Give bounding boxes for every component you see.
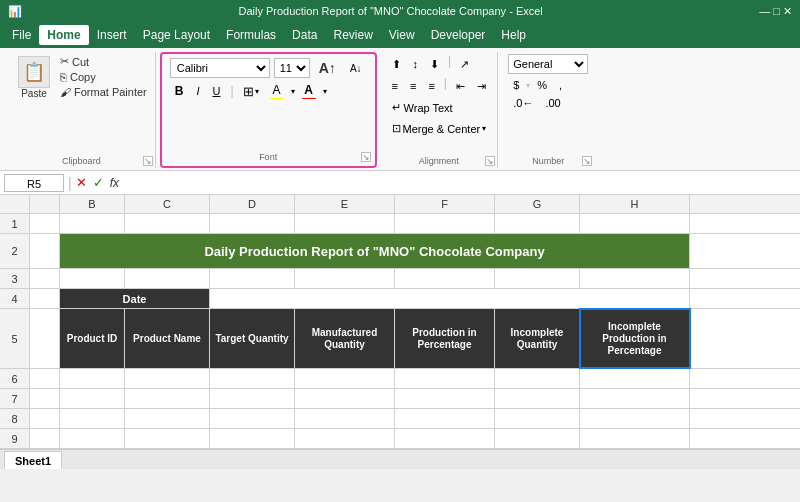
menu-formulas[interactable]: Formulas [218, 25, 284, 45]
align-center-button[interactable]: ≡ [405, 76, 421, 96]
bold-button[interactable]: B [170, 81, 189, 101]
row-header-8[interactable]: 8 [0, 409, 30, 429]
cell-b2-merged[interactable]: Daily Production Report of "MNO" Chocola… [60, 234, 690, 268]
merge-center-button[interactable]: ⊡ Merge & Center ▾ [387, 119, 492, 138]
cell-g9[interactable] [495, 429, 580, 448]
align-right-button[interactable]: ≡ [423, 76, 439, 96]
paste-button[interactable]: 📋 Paste [14, 54, 54, 101]
comma-button[interactable]: , [554, 76, 567, 94]
number-expand[interactable]: ↘ [582, 156, 592, 166]
cell-c7[interactable] [125, 389, 210, 408]
percent-button[interactable]: % [532, 76, 552, 94]
font-name-select[interactable]: Calibri [170, 58, 270, 78]
cell-g7[interactable] [495, 389, 580, 408]
cell-a6[interactable] [30, 369, 60, 388]
cell-b7[interactable] [60, 389, 125, 408]
cell-d4[interactable] [210, 289, 690, 308]
align-left-button[interactable]: ≡ [387, 76, 403, 96]
menu-developer[interactable]: Developer [423, 25, 494, 45]
cell-a9[interactable] [30, 429, 60, 448]
cell-e5[interactable]: Manufactured Quantity [295, 309, 395, 368]
row-header-2[interactable]: 2 [0, 234, 30, 269]
cell-a3[interactable] [30, 269, 60, 288]
cell-f1[interactable] [395, 214, 495, 233]
cell-b1[interactable] [60, 214, 125, 233]
cell-d1[interactable] [210, 214, 295, 233]
font-shrink-button[interactable]: A↓ [345, 58, 367, 78]
cell-d9[interactable] [210, 429, 295, 448]
align-bottom-button[interactable]: ⬇ [425, 54, 444, 74]
currency-button[interactable]: $ [508, 76, 524, 94]
menu-review[interactable]: Review [325, 25, 380, 45]
cell-d8[interactable] [210, 409, 295, 428]
cell-e3[interactable] [295, 269, 395, 288]
col-header-b[interactable]: B [60, 195, 125, 213]
cell-f7[interactable] [395, 389, 495, 408]
cell-c1[interactable] [125, 214, 210, 233]
indent-decrease-button[interactable]: ⇤ [451, 76, 470, 96]
cell-a1[interactable] [30, 214, 60, 233]
cell-d6[interactable] [210, 369, 295, 388]
cell-c3[interactable] [125, 269, 210, 288]
align-top-button[interactable]: ⬆ [387, 54, 406, 74]
col-header-a[interactable] [30, 195, 60, 213]
number-format-select[interactable]: General [508, 54, 588, 74]
font-color-dropdown-icon[interactable]: ▾ [323, 87, 327, 96]
menu-data[interactable]: Data [284, 25, 325, 45]
row-header-7[interactable]: 7 [0, 389, 30, 409]
cell-d7[interactable] [210, 389, 295, 408]
cell-h5[interactable]: Incomplete Production in Percentage [580, 309, 690, 368]
cell-b3[interactable] [60, 269, 125, 288]
cell-e6[interactable] [295, 369, 395, 388]
cell-a2[interactable] [30, 234, 60, 268]
col-header-e[interactable]: E [295, 195, 395, 213]
italic-button[interactable]: I [191, 81, 204, 101]
cell-a4[interactable] [30, 289, 60, 308]
cell-c8[interactable] [125, 409, 210, 428]
clipboard-expand[interactable]: ↘ [143, 156, 153, 166]
row-header-3[interactable]: 3 [0, 269, 30, 289]
cell-e8[interactable] [295, 409, 395, 428]
cell-reference[interactable]: R5 [4, 174, 64, 192]
cell-h1[interactable] [580, 214, 690, 233]
alignment-expand[interactable]: ↘ [485, 156, 495, 166]
cell-c9[interactable] [125, 429, 210, 448]
cell-g1[interactable] [495, 214, 580, 233]
cell-b6[interactable] [60, 369, 125, 388]
formula-cancel-icon[interactable]: ✕ [76, 175, 87, 190]
cell-g6[interactable] [495, 369, 580, 388]
font-size-select[interactable]: 11 [274, 58, 310, 78]
cell-d3[interactable] [210, 269, 295, 288]
cell-a5[interactable] [30, 309, 60, 368]
col-header-c[interactable]: C [125, 195, 210, 213]
borders-button[interactable]: ⊞ ▾ [239, 81, 263, 101]
menu-insert[interactable]: Insert [89, 25, 135, 45]
sheet-tab-1[interactable]: Sheet1 [4, 451, 62, 469]
menu-help[interactable]: Help [493, 25, 534, 45]
cell-e9[interactable] [295, 429, 395, 448]
cell-a8[interactable] [30, 409, 60, 428]
formula-confirm-icon[interactable]: ✓ [93, 175, 104, 190]
font-grow-button[interactable]: A↑ [314, 58, 341, 78]
fill-dropdown-icon[interactable]: ▾ [291, 87, 295, 96]
cell-g3[interactable] [495, 269, 580, 288]
align-middle-button[interactable]: ↕ [408, 54, 424, 74]
formula-function-icon[interactable]: fx [110, 176, 119, 190]
wrap-text-button[interactable]: ↵ Wrap Text [387, 98, 492, 117]
cut-button[interactable]: ✂ Cut [58, 54, 149, 69]
cell-b8[interactable] [60, 409, 125, 428]
cell-d5[interactable]: Target Quantity [210, 309, 295, 368]
menu-file[interactable]: File [4, 25, 39, 45]
font-color-button[interactable]: A [298, 81, 320, 101]
cell-f9[interactable] [395, 429, 495, 448]
col-header-h[interactable]: H [580, 195, 690, 213]
cell-b5[interactable]: Product ID [60, 309, 125, 368]
menu-page-layout[interactable]: Page Layout [135, 25, 218, 45]
decrease-decimal-button[interactable]: .0← [508, 94, 538, 112]
cell-b4-date[interactable]: Date [60, 289, 210, 308]
cell-h9[interactable] [580, 429, 690, 448]
indent-increase-button[interactable]: ⇥ [472, 76, 491, 96]
cell-c5[interactable]: Product Name [125, 309, 210, 368]
cell-a7[interactable] [30, 389, 60, 408]
cell-f5[interactable]: Production in Percentage [395, 309, 495, 368]
